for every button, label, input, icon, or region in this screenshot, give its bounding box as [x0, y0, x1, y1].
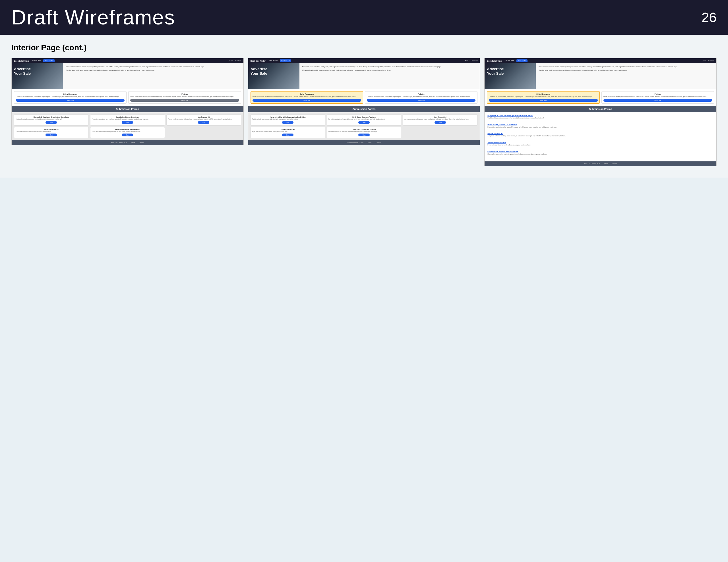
wireframe-1: Book Sale Finder Find a Sale Post an Ad …	[11, 58, 244, 145]
wf1-nav-brand: Book Sale Finder	[14, 60, 29, 62]
wf1-nav-about[interactable]: About	[228, 60, 233, 62]
wf3-list-itemrequest-desc: Are you a collector seeking niche books,…	[487, 135, 713, 137]
wf2-fc-booksales-btn[interactable]: Start	[358, 121, 370, 124]
wf1-fc-otherevents-btn[interactable]: Start	[122, 134, 133, 136]
wf3-card-seller-title: Seller Resources	[489, 93, 597, 95]
wf3-nav-about[interactable]: About	[702, 60, 706, 62]
wf3-nav-contact[interactable]: Contact	[708, 60, 714, 62]
wf2-card-seller-btn[interactable]: View here	[253, 99, 361, 102]
wf1-fc-nonprofit: Nonprofit & Charitable Organization Book…	[14, 115, 89, 126]
wf2-fc-nonprofit-btn[interactable]: Start	[282, 121, 293, 124]
wf1-fc-booksales-text: For-profit organizations: for a small fe…	[92, 119, 163, 120]
wf3-hero-p2: We also allow book fair organizers and f…	[539, 69, 713, 71]
wf2-fc-sellerresource-title: Seller Resource Ad	[252, 129, 324, 130]
wireframe-2: Book Sale Finder Find a Sale Post an Ad …	[248, 58, 480, 145]
wf2-card-policies-btn[interactable]: View here	[367, 99, 475, 102]
wf3-list-sellerresource-title[interactable]: Seller Resource Ad	[487, 142, 713, 144]
wf2-nav-brand: Book Sale Finder	[251, 60, 266, 62]
header: Draft Wireframes 26	[0, 0, 728, 35]
wf2-nav-about[interactable]: About	[465, 60, 470, 62]
wf3-nav-links: Find a Sale Post an Ad	[505, 59, 527, 62]
wf1-nav-contact[interactable]: Contact	[235, 60, 241, 62]
wf3-nav-post[interactable]: Post an Ad	[516, 59, 528, 62]
wf2-nav-right: About Contact	[465, 60, 477, 62]
wf3-list-booksales-desc: For-profit organizations: for a small fe…	[487, 126, 713, 129]
wf2-fc-otherevents-btn[interactable]: Start	[358, 134, 370, 136]
wf2-nav-post[interactable]: Post an Ad	[280, 59, 291, 62]
wf1-card-seller-btn[interactable]: View here	[16, 99, 125, 102]
wf3-hero: Advertise Your Sale Most book sales list…	[485, 63, 716, 89]
wf2-fc-sellerresource: Seller Resource Ad If you offer services…	[251, 127, 325, 138]
wf1-card-policies-btn[interactable]: View here	[130, 99, 239, 102]
wf1-hero: Advertise Your Sale Most book sales list…	[12, 63, 243, 89]
wf1-fc-sellerresource-btn[interactable]: Start	[45, 134, 57, 136]
wf1-hero-img: Advertise Your Sale	[12, 63, 63, 89]
wf2-hero-img: Advertise Your Sale	[248, 63, 299, 89]
wf2-card-policies-text: Lorem ipsum dolor sit amet, consectetur …	[367, 96, 475, 98]
wf1-nav-find[interactable]: Find a Sale	[32, 59, 41, 62]
wf1-fc-sellerresource-title: Seller Resource Ad	[16, 129, 87, 130]
wf3-submission-header: Submission Forms	[485, 106, 716, 112]
wf2-fc-otherevents-title: Other Book Events and Services	[328, 129, 400, 130]
wf2-fc-nonprofit-title: Nonprofit & Charitable Organization Book…	[252, 116, 324, 118]
wf1-hero-overlay: Advertise Your Sale	[14, 67, 31, 76]
wf2-card-seller-title: Seller Resources	[253, 93, 361, 95]
wf1-fc-nonprofit-btn[interactable]: Start	[45, 121, 57, 124]
wf1-footer-contact[interactable]: Contact	[139, 142, 144, 144]
wf1-nav-post[interactable]: Post an Ad	[43, 59, 54, 62]
wf2-nav-find[interactable]: Find a Sale	[269, 59, 278, 62]
wf3-footer-contact[interactable]: Contact	[612, 163, 617, 165]
wf3-list-booksales-title[interactable]: Book Sales, Stores, & Auctions	[487, 124, 713, 126]
wf2-hero-p1: Most book sales listed are run by non-pr…	[302, 66, 477, 68]
wf3-list-item-booksales: Book Sales, Stores, & Auctions For-profi…	[487, 124, 713, 130]
wf2-footer-about[interactable]: About	[368, 142, 371, 144]
section-title: Interior Page (cont.)	[11, 43, 717, 52]
wf1-form-grid: Nonprofit & Charitable Organization Book…	[12, 112, 243, 140]
wf1-fc-itemrequest-btn[interactable]: Start	[198, 121, 209, 124]
wf3-footer-about[interactable]: About	[604, 163, 608, 165]
wf2-fc-booksales: Book Sales, Stores, & Auctions For-profi…	[327, 115, 402, 126]
wf2-card-policies-title: Policies	[367, 93, 475, 95]
wf3-card-seller: Seller Resources Lorem ipsum dolor sit a…	[487, 91, 599, 104]
wf1-fc-otherevents-title: Other Book Events and Services	[92, 129, 163, 130]
wf3-hero-overlay: Advertise Your Sale	[487, 67, 504, 76]
wf1-hero-p1: Most book sales listed are run by non-pr…	[66, 66, 241, 68]
wf3-list-otherevents-title[interactable]: Other Book Events and Services	[487, 151, 713, 153]
wf2-hero-content: Most book sales listed are run by non-pr…	[299, 63, 480, 89]
wf1-card-policies: Policies Lorem ipsum dolor sit amet, con…	[128, 91, 241, 104]
wf2-hero-overlay: Advertise Your Sale	[251, 67, 267, 76]
wf2-cards: Seller Resources Lorem ipsum dolor sit a…	[248, 89, 480, 106]
wf2-fc-sellerresource-btn[interactable]: Start	[282, 134, 293, 136]
wf2-nav: Book Sale Finder Find a Sale Post an Ad …	[248, 58, 480, 63]
wf2-fc-otherevents-text: Share other events like marketing semina…	[328, 131, 400, 133]
wf3-list-itemrequest-title[interactable]: Item Request Ad	[487, 132, 713, 134]
wf3-nav: Book Sale Finder Find a Sale Post an Ad …	[485, 58, 716, 63]
wf3-nav-find[interactable]: Find a Sale	[505, 59, 514, 62]
wf3-list-otherevents-desc: Share other events like marketing semina…	[487, 153, 713, 156]
wf3-list-sellerresource-desc: If you offer services for book sellers, …	[487, 144, 713, 146]
wf3-card-policies-btn[interactable]: View here	[603, 99, 712, 102]
wf2-fc-sellerresource-text: If you offer services for book sellers, …	[252, 131, 324, 133]
wf2-footer-contact[interactable]: Contact	[376, 142, 380, 144]
wf3-list-item-otherevents: Other Book Events and Services Share oth…	[487, 151, 713, 157]
wf2-nav-contact[interactable]: Contact	[472, 60, 478, 62]
wf1-hero-p2: We also allow book fair organizers and f…	[66, 69, 241, 71]
wf1-card-seller-title: Seller Resources	[16, 93, 125, 95]
wf2-card-seller: Seller Resources Lorem ipsum dolor sit a…	[251, 91, 363, 104]
wf2-fc-booksales-title: Book Sales, Stores, & Auctions	[328, 116, 400, 118]
wf3-hero-img: Advertise Your Sale	[485, 63, 536, 89]
wf1-card-seller: Seller Resources Lorem ipsum dolor sit a…	[14, 91, 127, 104]
wf2-fc-otherevents: Other Book Events and Services Share oth…	[327, 127, 402, 138]
wf2-fc-nonprofit-text: Traditional book sales sponsored by char…	[252, 119, 324, 120]
wf1-fc-booksales: Book Sales, Stores, & Auctions For-profi…	[90, 115, 165, 126]
wf1-nav-links: Find a Sale Post an Ad	[32, 59, 54, 62]
wf3-list-nonprofit-title[interactable]: Nonprofit & Charitable Organization Book…	[487, 115, 713, 117]
wf2-nav-links: Find a Sale Post an Ad	[269, 59, 291, 62]
wf1-footer: Book Sale Finder © 2023 About Contact	[12, 140, 243, 145]
wf1-footer-about[interactable]: About	[131, 142, 135, 144]
wf1-fc-booksales-btn[interactable]: Start	[122, 121, 133, 124]
wf1-nav: Book Sale Finder Find a Sale Post an Ad …	[12, 58, 243, 63]
wireframe-3: Book Sale Finder Find a Sale Post an Ad …	[484, 58, 717, 166]
wf2-fc-itemrequest-btn[interactable]: Start	[435, 121, 446, 124]
wf3-card-seller-btn[interactable]: View here	[489, 99, 597, 102]
